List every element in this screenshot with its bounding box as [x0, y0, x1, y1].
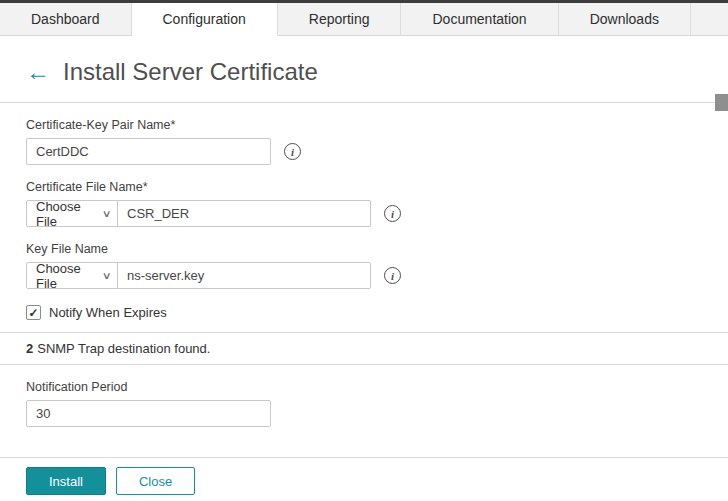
- choose-file-label: Choose File: [36, 261, 103, 291]
- tabbar-filler: [691, 3, 728, 36]
- tab-downloads[interactable]: Downloads: [559, 3, 691, 36]
- info-icon[interactable]: i: [384, 205, 401, 222]
- choose-file-label: Choose File: [36, 199, 103, 229]
- header-divider: [0, 102, 728, 103]
- notify-when-expires-row: ✓ Notify When Expires: [26, 305, 728, 320]
- cert-key-pair-name-input[interactable]: [26, 138, 271, 165]
- tab-documentation[interactable]: Documentation: [401, 3, 558, 36]
- chevron-down-icon: ∨: [101, 208, 111, 219]
- top-nav: Dashboard Configuration Reporting Docume…: [0, 0, 728, 36]
- snmp-trap-message: SNMP Trap destination found.: [37, 341, 210, 356]
- install-server-certificate-page: Dashboard Configuration Reporting Docume…: [0, 0, 728, 501]
- tab-configuration[interactable]: Configuration: [132, 3, 278, 36]
- key-file-name-label: Key File Name: [26, 242, 728, 256]
- certificate-file-name-input[interactable]: [117, 200, 371, 227]
- page-header: ← Install Server Certificate: [0, 36, 728, 102]
- action-bar: Install Close: [0, 457, 728, 501]
- key-file-name-input[interactable]: [117, 262, 371, 289]
- info-icon[interactable]: i: [284, 143, 301, 160]
- chevron-down-icon: ∨: [101, 270, 111, 281]
- install-button[interactable]: Install: [26, 467, 106, 495]
- close-button[interactable]: Close: [116, 467, 195, 495]
- snmp-trap-count: 2: [26, 341, 33, 356]
- certificate-file-name-label: Certificate File Name*: [26, 180, 728, 194]
- notify-when-expires-checkbox[interactable]: ✓: [26, 305, 41, 320]
- tab-dashboard[interactable]: Dashboard: [0, 3, 132, 36]
- notification-period-section: Notification Period: [0, 380, 728, 427]
- page-title: Install Server Certificate: [63, 58, 318, 86]
- certificate-form: Certificate-Key Pair Name* i Certificate…: [0, 118, 728, 320]
- certificate-file-choose-dropdown[interactable]: Choose File ∨: [26, 200, 118, 227]
- scrollbar-thumb[interactable]: [715, 94, 728, 111]
- notify-when-expires-label: Notify When Expires: [49, 305, 167, 320]
- snmp-trap-notice: 2SNMP Trap destination found.: [0, 332, 728, 365]
- tab-reporting[interactable]: Reporting: [278, 3, 402, 36]
- key-file-choose-dropdown[interactable]: Choose File ∨: [26, 262, 118, 289]
- notification-period-input[interactable]: [26, 400, 271, 427]
- back-arrow-icon[interactable]: ←: [26, 60, 50, 84]
- notification-period-label: Notification Period: [26, 380, 728, 394]
- info-icon[interactable]: i: [384, 267, 401, 284]
- cert-key-pair-name-label: Certificate-Key Pair Name*: [26, 118, 728, 132]
